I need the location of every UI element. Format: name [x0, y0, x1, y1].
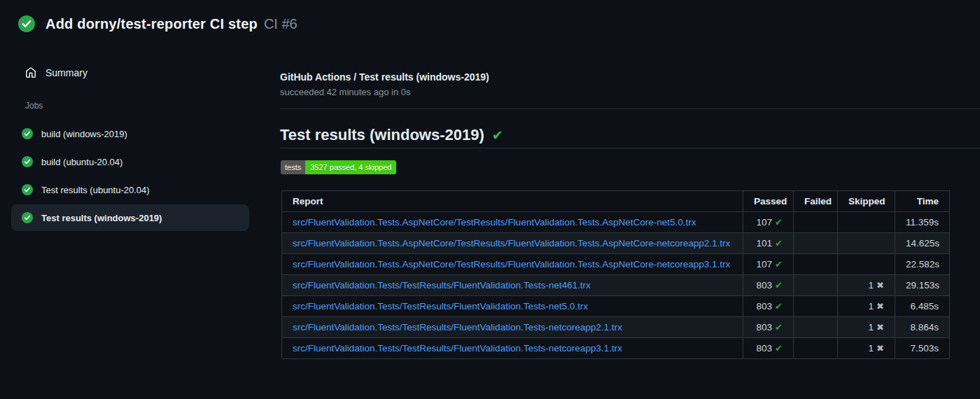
report-link[interactable]: src/FluentValidation.Tests/TestResults/F… [293, 322, 622, 332]
check-icon: ✔ [775, 217, 783, 227]
time-value: 8.864s [910, 322, 939, 332]
skipped-value: 1 [869, 322, 874, 332]
job-success-icon [22, 212, 33, 223]
passed-value: 803 [757, 343, 773, 354]
passed-cell: 803✔ [743, 317, 794, 338]
table-header-row: Report Passed Failed Skipped Time [282, 191, 950, 212]
table-header-skipped: Skipped [838, 191, 895, 212]
sidebar-item-summary[interactable]: Summary [11, 62, 249, 84]
report-link[interactable]: src/FluentValidation.Tests.AspNetCore/Te… [293, 238, 730, 248]
failed-cell [794, 254, 838, 275]
time-value: 11.359s [906, 217, 939, 227]
report-cell: src/FluentValidation.Tests.AspNetCore/Te… [282, 233, 743, 254]
run-title: Add dorny/test-reporter CI step [46, 16, 258, 32]
sidebar-item-job[interactable]: Test results (windows-2019) [11, 204, 249, 231]
report-cell: src/FluentValidation.Tests/TestResults/F… [282, 296, 743, 317]
job-header-status: succeeded 42 minutes ago in 0s [280, 87, 410, 97]
skipped-cell [838, 212, 895, 233]
skipped-cell [838, 233, 895, 254]
time-cell: 7.503s [895, 338, 950, 359]
sidebar-item-job[interactable]: build (windows-2019) [11, 120, 249, 147]
passed-value: 803 [757, 322, 773, 332]
job-success-icon [22, 128, 33, 139]
passed-value: 803 [757, 280, 773, 290]
time-value: 22.582s [906, 259, 939, 270]
report-link[interactable]: src/FluentValidation.Tests/TestResults/F… [293, 343, 622, 354]
skipped-cell: 1✖ [838, 317, 895, 338]
passed-value: 101 [757, 238, 773, 248]
time-value: 29.153s [906, 280, 939, 290]
check-icon: ✔ [775, 322, 783, 332]
passed-value: 107 [757, 217, 773, 227]
job-header-title: GitHub Actions / Test results (windows-2… [280, 71, 489, 83]
sidebar-item-job[interactable]: build (ubuntu-20.04) [11, 148, 249, 175]
time-cell: 11.359s [895, 212, 950, 233]
results-table: Report Passed Failed Skipped Time src/Fl… [281, 190, 950, 359]
failed-cell [794, 212, 838, 233]
skipped-cell [838, 254, 895, 275]
main-panel: GitHub Actions / Test results (windows-2… [280, 0, 980, 399]
table-row: src/FluentValidation.Tests.AspNetCore/Te… [282, 233, 950, 254]
tests-badge: tests 3527 passed, 4 skipped [281, 160, 396, 174]
report-cell: src/FluentValidation.Tests.AspNetCore/Te… [282, 254, 743, 275]
failed-cell [794, 275, 838, 296]
jobs-section-label: Jobs [25, 101, 249, 111]
report-link[interactable]: src/FluentValidation.Tests.AspNetCore/Te… [293, 259, 730, 270]
table-row: src/FluentValidation.Tests/TestResults/F… [282, 317, 950, 338]
job-item-label: build (ubuntu-20.04) [41, 157, 122, 167]
jobs-list: build (windows-2019) build (ubuntu-20.04… [11, 120, 249, 231]
sidebar-item-job[interactable]: Test results (ubuntu-20.04) [11, 176, 249, 203]
job-item-label: build (windows-2019) [41, 129, 127, 139]
passed-value: 107 [757, 259, 773, 270]
failed-cell [794, 338, 838, 359]
table-header-passed: Passed [743, 191, 794, 212]
passed-cell: 803✔ [743, 296, 794, 317]
time-value: 6.485s [910, 301, 939, 312]
heading-check-icon: ✔ [492, 127, 503, 144]
run-header: Add dorny/test-reporter CI step CI #6 [18, 15, 298, 32]
time-cell: 6.485s [895, 296, 950, 317]
failed-cell [794, 317, 838, 338]
table-header-failed: Failed [794, 191, 838, 212]
report-cell: src/FluentValidation.Tests/TestResults/F… [282, 275, 743, 296]
skipped-value: 1 [869, 280, 874, 290]
report-cell: src/FluentValidation.Tests/TestResults/F… [282, 317, 743, 338]
time-cell: 22.582s [895, 254, 950, 275]
passed-value: 803 [757, 301, 773, 312]
skipped-value: 1 [869, 301, 874, 312]
report-heading-text: Test results (windows-2019) [280, 126, 484, 144]
skipped-cell: 1✖ [838, 338, 895, 359]
table-row: src/FluentValidation.Tests.AspNetCore/Te… [282, 212, 950, 233]
badge-value: 3527 passed, 4 skipped [305, 160, 396, 174]
skipped-x-icon: ✖ [876, 343, 884, 354]
table-row: src/FluentValidation.Tests/TestResults/F… [282, 338, 950, 359]
passed-cell: 803✔ [743, 275, 794, 296]
skipped-x-icon: ✖ [876, 322, 884, 332]
job-success-icon [22, 156, 33, 167]
summary-label: Summary [46, 67, 88, 78]
job-success-icon [22, 184, 33, 195]
badge-label: tests [281, 160, 305, 174]
report-link[interactable]: src/FluentValidation.Tests/TestResults/F… [293, 301, 588, 312]
check-icon: ✔ [775, 343, 783, 354]
table-row: src/FluentValidation.Tests.AspNetCore/Te… [282, 254, 950, 275]
check-run-page: Add dorny/test-reporter CI step CI #6 Su… [0, 0, 980, 399]
passed-cell: 107✔ [743, 212, 794, 233]
check-circle-icon [18, 15, 35, 32]
job-item-label: Test results (ubuntu-20.04) [41, 185, 150, 195]
table-header-report: Report [282, 191, 743, 212]
home-icon [25, 67, 36, 78]
passed-cell: 803✔ [743, 338, 794, 359]
time-value: 7.503s [910, 343, 939, 354]
report-cell: src/FluentValidation.Tests/TestResults/F… [282, 338, 743, 359]
skipped-x-icon: ✖ [876, 280, 884, 290]
job-item-label: Test results (windows-2019) [41, 213, 162, 223]
skipped-value: 1 [869, 343, 874, 354]
table-header-time: Time [895, 191, 950, 212]
report-link[interactable]: src/FluentValidation.Tests/TestResults/F… [293, 280, 591, 290]
time-cell: 29.153s [895, 275, 950, 296]
skipped-cell: 1✖ [838, 275, 895, 296]
check-icon: ✔ [775, 259, 783, 270]
table-row: src/FluentValidation.Tests/TestResults/F… [282, 275, 950, 296]
report-link[interactable]: src/FluentValidation.Tests.AspNetCore/Te… [293, 217, 696, 227]
